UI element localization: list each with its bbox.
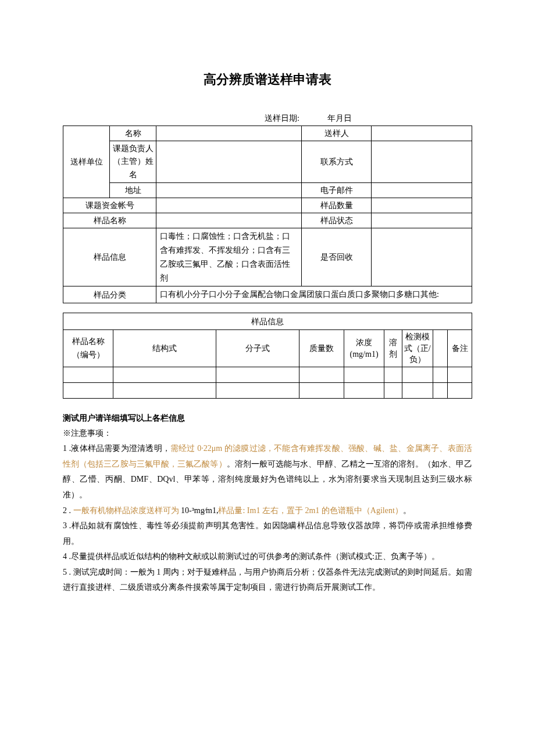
name-field[interactable] — [156, 126, 302, 141]
notes-section: 测试用户请详细填写以上各栏信息 ※注意事项： 1 .液体样品需要为澄清透明，需经… — [63, 410, 472, 596]
page: 高分辨质谱送样申请表 送样日期:年月日 送样单位 名称 送样人 课题负责人（主管… — [0, 0, 535, 756]
state-field[interactable] — [372, 213, 472, 228]
col-mass: 质量数 — [299, 330, 344, 367]
note-2: 2 . 一般有机物样品浓度送样可为 10-³mg∕m1,样品量: Im1 左右，… — [63, 503, 472, 519]
notes-attn: ※注意事项： — [63, 426, 472, 442]
applicant-table: 送样单位 名称 送样人 课题负责人（主管）姓名 联系方式 地址 电子邮件 课题资… — [63, 126, 472, 303]
note-1a: 1 .液体样品需要为澄清透明， — [63, 444, 170, 453]
col-mode: 检测模式（正/负） — [402, 330, 433, 367]
count-label: 样品数量 — [302, 198, 372, 213]
state-label: 样品状态 — [302, 213, 372, 228]
name-label: 名称 — [110, 126, 156, 141]
sample-class-options[interactable]: 口有机小分子口小分子金属配合物口金属团簇口蛋白质口多聚物口多糖口其他: — [156, 286, 472, 303]
note-2b: 一般有机物样品浓度送样可为 — [73, 506, 179, 515]
contact-label: 联系方式 — [302, 141, 372, 183]
sample-class-label: 样品分类 — [63, 286, 156, 303]
sample-name-label: 样品名称 — [63, 213, 156, 228]
col-name: 样品名称（编号） — [63, 330, 113, 367]
count-field[interactable] — [372, 198, 472, 213]
sample-name-field[interactable] — [156, 213, 302, 228]
col-formula: 分子式 — [216, 330, 299, 367]
contact-field[interactable] — [372, 141, 472, 183]
fund-field[interactable] — [156, 198, 302, 213]
table-row[interactable] — [63, 367, 472, 382]
recycle-field[interactable] — [372, 228, 472, 286]
date-label: 送样日期: — [265, 114, 299, 123]
address-field[interactable] — [156, 183, 302, 198]
col-remark: 备注 — [448, 330, 472, 367]
page-title: 高分辨质谱送样申请表 — [63, 70, 472, 89]
note-1: 1 .液体样品需要为澄清透明，需经过 0·22μm 的滤膜过滤，不能含有难挥发酸… — [63, 441, 472, 503]
note-2c: 10-³mg∕m1, — [179, 506, 219, 515]
date-suffix: 年月日 — [327, 114, 352, 123]
sample-info-options[interactable]: 口毒性；口腐蚀性；口含无机盐；口含有难挥发、不挥发组分；口含有三乙胺或三氟甲、乙… — [156, 228, 302, 286]
note-2d: 样品量: Im1 左右，置于 2m1 的色谱瓶中（Agilent） — [218, 506, 402, 515]
note-4: 4 .尽量提供样品或近似结构的物种文献或以前测试过的可供参考的测试条件（测试模式… — [63, 549, 472, 565]
info-table-title: 样品信息 — [63, 313, 472, 330]
col-structure: 结构式 — [113, 330, 216, 367]
note-2e: 。 — [403, 506, 411, 515]
fund-label: 课题资金帐号 — [63, 198, 156, 213]
address-label: 地址 — [110, 183, 156, 198]
email-label: 电子邮件 — [302, 183, 372, 198]
note-5: 5 . 测试完成时间：一般为 1 周内；对于疑难样品，与用户协商后分析；仪器条件… — [63, 565, 472, 596]
submission-date-line: 送样日期:年月日 — [63, 112, 472, 124]
unit-label: 送样单位 — [63, 126, 110, 198]
col-mode-blank — [433, 330, 447, 367]
notes-bold: 测试用户请详细填写以上各栏信息 — [63, 410, 472, 426]
sample-info-label: 样品信息 — [63, 228, 156, 286]
sender-label: 送样人 — [302, 126, 372, 141]
pi-label: 课题负责人（主管）姓名 — [110, 141, 156, 183]
recycle-label: 是否回收 — [302, 228, 372, 286]
pi-field[interactable] — [156, 141, 302, 183]
col-conc: 浓度(mg/m1) — [344, 330, 384, 367]
note-2a: 2 . — [63, 506, 73, 515]
email-field[interactable] — [372, 183, 472, 198]
sender-field[interactable] — [372, 126, 472, 141]
note-3: 3 .样品如就有腐蚀性、毒性等必须提前声明其危害性。如因隐瞒样品信息导致仪器故障… — [63, 518, 472, 549]
sample-info-table: 样品信息 样品名称（编号） 结构式 分子式 质量数 浓度(mg/m1) 溶剂 检… — [63, 313, 472, 399]
table-row[interactable] — [63, 382, 472, 398]
col-solvent: 溶剂 — [384, 330, 402, 367]
